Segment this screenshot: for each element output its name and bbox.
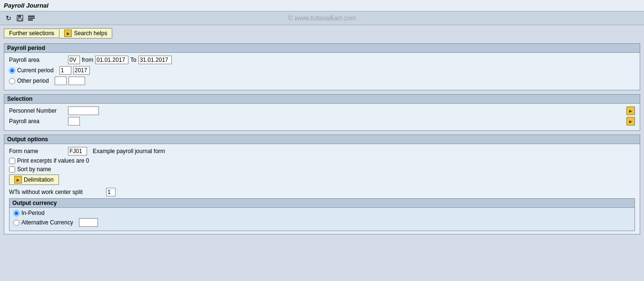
payroll-area-select-icon[interactable]: ► — [626, 117, 635, 126]
payroll-area-input[interactable] — [68, 56, 80, 64]
delimitation-label: Delimitation — [24, 176, 54, 183]
other-period-radio-label[interactable]: Other period — [9, 78, 49, 84]
current-period-radio-label[interactable]: Current period — [9, 67, 54, 74]
page-title: Payroll Journal — [4, 2, 49, 9]
selection-header: Selection — [4, 95, 640, 104]
form-name-desc: Example payroll journal form — [93, 148, 165, 155]
payroll-area-label: Payroll area — [9, 57, 66, 63]
watermark: © www.tutorialkart.com — [288, 14, 356, 22]
svg-rect-5 — [28, 19, 33, 20]
search-helps-button[interactable]: ► Search helps — [59, 28, 112, 39]
svg-rect-4 — [28, 18, 35, 19]
svg-rect-3 — [28, 16, 35, 17]
find-icon[interactable] — [27, 13, 36, 23]
output-options-header: Output options — [4, 135, 640, 144]
current-period-label: Current period — [17, 67, 54, 74]
from-label: from — [82, 57, 93, 63]
toolbar: ↻ © www.tutorialkart.com — [0, 11, 644, 25]
selection-payroll-area-label: Payroll area — [9, 118, 66, 125]
in-period-label: In-Period — [21, 210, 45, 216]
wts-label: WTs without work center split — [9, 189, 104, 195]
payroll-period-header: Payroll period — [4, 44, 640, 53]
personnel-number-input[interactable] — [68, 107, 99, 115]
button-bar: Further selections ► Search helps — [0, 25, 644, 41]
other-period-radio[interactable] — [9, 78, 15, 84]
wts-input[interactable] — [106, 188, 116, 196]
personnel-number-label: Personnel Number — [9, 107, 66, 114]
other-period-num-input[interactable] — [55, 77, 67, 85]
current-period-year-input[interactable] — [73, 66, 90, 75]
payroll-period-section: Payroll period Payroll area from To Curr… — [4, 43, 640, 90]
sort-by-name-checkbox[interactable] — [9, 166, 15, 173]
print-excerpts-checkbox[interactable] — [9, 158, 15, 164]
output-options-section: Output options Form name Example payroll… — [4, 135, 640, 234]
form-name-input[interactable] — [68, 147, 87, 155]
output-currency-header: Output currency — [10, 199, 634, 208]
to-label: To — [130, 57, 137, 63]
svg-rect-1 — [18, 15, 21, 18]
alternative-currency-label: Alternative Currency — [21, 219, 73, 226]
current-period-radio[interactable] — [9, 68, 15, 74]
alternative-currency-input[interactable] — [79, 218, 98, 227]
other-period-label: Other period — [17, 78, 49, 84]
selection-payroll-area-input[interactable] — [68, 117, 80, 126]
selection-section: Selection Personnel Number ► Payroll are… — [4, 94, 640, 131]
form-name-label: Form name — [9, 148, 66, 155]
svg-rect-2 — [18, 19, 22, 21]
sort-by-name-label: Sort by name — [17, 166, 51, 173]
personnel-number-select-icon[interactable]: ► — [626, 107, 635, 115]
search-helps-arrow-icon: ► — [64, 29, 72, 37]
print-excerpts-label: Print excerpts if values are 0 — [17, 157, 89, 164]
title-bar: Payroll Journal — [0, 0, 644, 11]
save-icon[interactable] — [15, 13, 25, 23]
in-period-radio-label[interactable]: In-Period — [13, 210, 45, 216]
prev-icon[interactable]: ↻ — [4, 13, 13, 23]
alternative-currency-radio[interactable] — [13, 220, 20, 226]
in-period-radio[interactable] — [13, 210, 20, 216]
output-currency-section: Output currency In-Period Alternative Cu… — [9, 198, 635, 231]
other-period-year-input[interactable] — [68, 77, 85, 85]
further-selections-button[interactable]: Further selections — [4, 29, 59, 38]
to-date-input[interactable] — [138, 56, 172, 64]
current-period-num-input[interactable] — [59, 66, 71, 75]
alternative-currency-radio-label[interactable]: Alternative Currency — [13, 219, 73, 226]
from-date-input[interactable] — [95, 56, 128, 64]
delimitation-arrow-icon: ► — [14, 176, 22, 184]
delimitation-button[interactable]: ► Delimitation — [9, 174, 59, 185]
search-helps-label: Search helps — [74, 30, 107, 37]
